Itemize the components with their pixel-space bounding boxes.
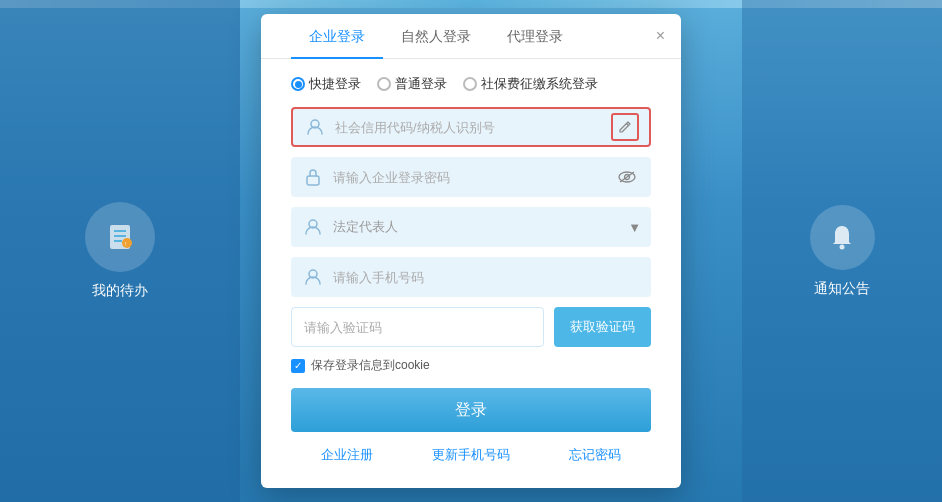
radio-social-circle (463, 77, 477, 91)
tab-natural-person[interactable]: 自然人登录 (383, 14, 489, 58)
legal-person-value: 法定代表人 (325, 218, 628, 236)
modal-tabs: 企业登录 自然人登录 代理登录 × (261, 14, 681, 59)
radio-quick-circle (291, 77, 305, 91)
update-phone-link[interactable]: 更新手机号码 (432, 446, 510, 464)
verify-code-input[interactable] (291, 307, 544, 347)
modal-overlay: 企业登录 自然人登录 代理登录 × 快捷登录 普通登录 社保费征缴系统登录 (0, 0, 942, 502)
password-input[interactable] (325, 170, 613, 185)
phone-input[interactable] (325, 270, 641, 285)
org-code-user-icon (303, 115, 327, 139)
phone-user-icon (301, 265, 325, 289)
verify-code-row: 获取验证码 (291, 307, 651, 347)
chevron-down-icon: ▼ (628, 220, 641, 235)
eye-icon[interactable] (613, 163, 641, 191)
radio-quick-label: 快捷登录 (309, 75, 361, 93)
save-cookie-checkbox[interactable]: ✓ (291, 359, 305, 373)
phone-field-row (291, 257, 651, 297)
register-link[interactable]: 企业注册 (321, 446, 373, 464)
legal-person-row[interactable]: 法定代表人 ▼ (291, 207, 651, 247)
radio-normal-login[interactable]: 普通登录 (377, 75, 447, 93)
radio-normal-circle (377, 77, 391, 91)
password-field-row (291, 157, 651, 197)
login-type-radio-group: 快捷登录 普通登录 社保费征缴系统登录 (291, 75, 651, 93)
get-verify-code-button[interactable]: 获取验证码 (554, 307, 651, 347)
lock-icon (301, 165, 325, 189)
edit-icon-box[interactable] (611, 113, 639, 141)
tab-enterprise[interactable]: 企业登录 (291, 14, 383, 58)
tab-agent[interactable]: 代理登录 (489, 14, 581, 58)
radio-social-security-login[interactable]: 社保费征缴系统登录 (463, 75, 598, 93)
radio-social-label: 社保费征缴系统登录 (481, 75, 598, 93)
login-modal: 企业登录 自然人登录 代理登录 × 快捷登录 普通登录 社保费征缴系统登录 (261, 14, 681, 488)
org-code-field-row (291, 107, 651, 147)
legal-person-icon (301, 215, 325, 239)
radio-normal-label: 普通登录 (395, 75, 447, 93)
close-button[interactable]: × (656, 28, 665, 44)
org-code-input[interactable] (327, 120, 611, 135)
login-button[interactable]: 登录 (291, 388, 651, 432)
checkbox-check-icon: ✓ (294, 361, 302, 371)
save-cookie-label: 保存登录信息到cookie (311, 357, 430, 374)
save-cookie-row: ✓ 保存登录信息到cookie (291, 357, 651, 374)
footer-links: 企业注册 更新手机号码 忘记密码 (291, 446, 651, 464)
modal-body: 快捷登录 普通登录 社保费征缴系统登录 (261, 59, 681, 464)
forgot-password-link[interactable]: 忘记密码 (569, 446, 621, 464)
radio-quick-login[interactable]: 快捷登录 (291, 75, 361, 93)
svg-rect-8 (307, 176, 319, 185)
